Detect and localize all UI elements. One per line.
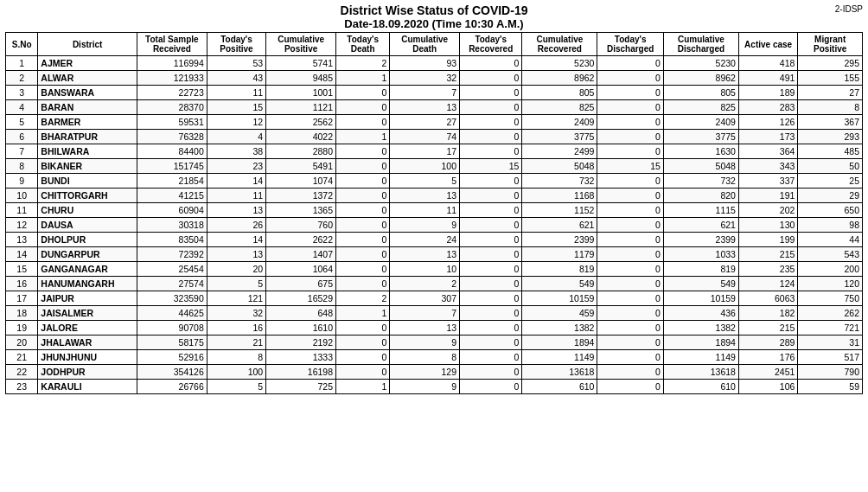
page-title: District Wise Status of COVID-19 [74,3,794,17]
date-title: Date-18.09.2020 (Time 10:30 A.M.) [74,17,794,30]
table-row: 6BHARATPUR76328440221740377503775173293 [6,130,863,144]
table-row: 23KARAULI267665725190610061010659 [6,380,863,394]
header-cum-discharged: Cumulative Discharged [663,33,738,56]
table-row: 19JALORE907081616100130138201382215721 [6,321,863,335]
table-row: 4BARAN28370151121013082508252838 [6,100,863,115]
table-row: 5BARMER595311225620270240902409126367 [6,115,863,130]
table-row: 20JHALAWAR5817521219209018940189428931 [6,335,863,350]
table-row: 2ALWAR1219334394851320896208962491155 [6,71,863,86]
header-todays-recovered: Today's Recovered [460,33,522,56]
header-sno: S.No [6,33,38,56]
header-cum-recovered: Cumulative Recovered [522,33,597,56]
header-cum-death: Cumulative Death [390,33,460,56]
table-row: 1AJMER1169945357412930523005230418295 [6,56,863,71]
header-todays-discharged: Today's Discharged [597,33,663,56]
covid-table: S.No District Total Sample Received Toda… [5,32,863,394]
table-row: 15GANGANAGAR2545420106401008190819235200 [6,262,863,277]
table-row: 14DUNGARPUR72392131407013011790103321554… [6,247,863,262]
header-district: District [38,33,137,56]
table-row: 13DHOLPUR83504142622024023990239919944 [6,233,863,247]
table-row: 18JAISALMER44625326481704590436182262 [6,306,863,321]
table-row: 22JODHPUR3541261001619801290136180136182… [6,365,863,380]
table-row: 9BUNDI21854141074050732073233725 [6,174,863,188]
table-row: 17JAIPUR32359012116529230701015901015960… [6,291,863,306]
table-row: 16HANUMANGARH2757456750205490549124120 [6,277,863,291]
header-total-sample: Total Sample Received [137,33,207,56]
id-label: 2-IDSP [835,4,863,14]
table-row: 8BIKANER15174523549101001550481550483435… [6,159,863,174]
header-active-case: Active case [738,33,797,56]
table-row: 11CHURU609041313650110115201115202650 [6,203,863,218]
header-todays-positive: Today's Positive [207,33,265,56]
header-migrant-positive: Migrant Positive [798,33,863,56]
table-row: 12DAUSA3031826760090621062113098 [6,218,863,233]
table-row: 10CHITTORGARH412151113720130116808201912… [6,188,863,203]
table-row: 3BANSWARA22723111001070805080518927 [6,86,863,100]
table-row: 7BHILWARA844003828800170249901630364485 [6,144,863,159]
table-row: 21JHUNJHUNU5291681333080114901149176517 [6,350,863,365]
header-cum-positive: Cumulative Positive [266,33,336,56]
header-todays-death: Today's Death [336,33,390,56]
